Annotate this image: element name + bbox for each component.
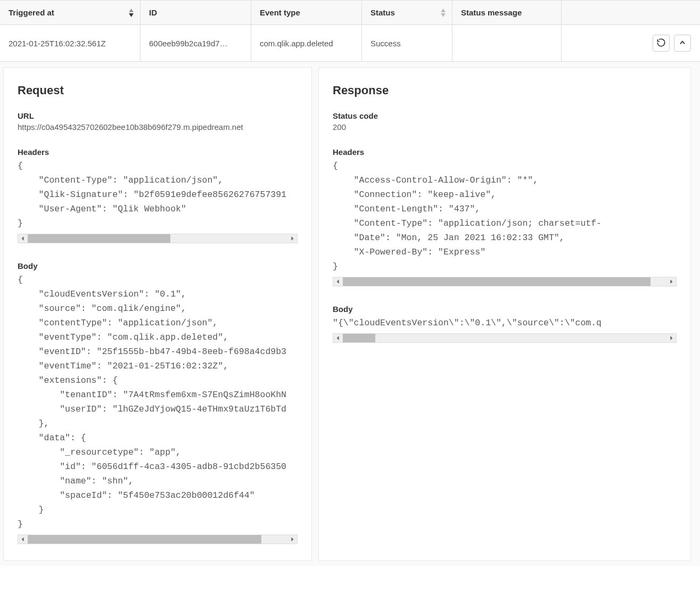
- response-title: Response: [333, 84, 677, 97]
- url-label: URL: [18, 111, 298, 120]
- col-header-event-type-label: Event type: [260, 8, 300, 17]
- status-code-value: 200: [333, 122, 677, 132]
- cell-id: 600eeb99b2ca19d7…: [141, 25, 251, 61]
- scroll-track[interactable]: [343, 277, 666, 286]
- response-body-label: Body: [333, 305, 677, 314]
- request-headers-label: Headers: [18, 147, 298, 157]
- scroll-thumb[interactable]: [28, 535, 261, 544]
- col-header-triggered[interactable]: Triggered at: [0, 1, 141, 24]
- horizontal-scrollbar[interactable]: [333, 333, 677, 343]
- scroll-thumb[interactable]: [343, 334, 375, 342]
- cell-status-msg: [452, 25, 562, 61]
- response-headers-label: Headers: [333, 147, 677, 157]
- col-header-id-label: ID: [149, 8, 157, 17]
- retry-button[interactable]: [653, 35, 670, 52]
- table-header-row: Triggered at ID Event type Status Status…: [0, 0, 700, 25]
- cell-event-type: com.qlik.app.deleted: [251, 25, 362, 61]
- cell-status: Success: [362, 25, 452, 61]
- response-body-code: "{\"cloudEventsVersion\":\"0.1\",\"sourc…: [333, 316, 677, 333]
- horizontal-scrollbar[interactable]: [18, 535, 298, 544]
- scroll-track[interactable]: [28, 535, 287, 544]
- col-header-status-msg[interactable]: Status message: [452, 1, 562, 24]
- request-body-code: { "cloudEventsVersion": "0.1", "source":…: [18, 273, 298, 535]
- col-header-actions: [562, 1, 699, 24]
- sort-icon[interactable]: [441, 9, 446, 17]
- scroll-track[interactable]: [28, 234, 287, 243]
- horizontal-scrollbar[interactable]: [333, 277, 677, 286]
- response-panel: Response Status code 200 Headers { "Acce…: [318, 67, 691, 561]
- cell-actions: [562, 25, 699, 61]
- request-body-label: Body: [18, 261, 298, 270]
- scroll-left-icon[interactable]: [333, 334, 343, 342]
- scroll-right-icon[interactable]: [287, 234, 297, 243]
- url-value: https://c0a4954325702602bee10b38b696f279…: [18, 122, 298, 132]
- scroll-right-icon[interactable]: [666, 334, 676, 342]
- response-headers-code: { "Access-Control-Allow-Origin": "*", "C…: [333, 159, 677, 277]
- status-code-label: Status code: [333, 111, 677, 120]
- table-row[interactable]: 2021-01-25T16:02:32.561Z 600eeb99b2ca19d…: [0, 25, 700, 62]
- col-header-event-type[interactable]: Event type: [251, 1, 362, 24]
- collapse-button[interactable]: [674, 35, 691, 52]
- scroll-left-icon[interactable]: [18, 535, 28, 544]
- sort-icon[interactable]: [129, 9, 134, 17]
- scroll-track[interactable]: [343, 334, 666, 342]
- scroll-left-icon[interactable]: [18, 234, 28, 243]
- col-header-status[interactable]: Status: [362, 1, 452, 24]
- chevron-up-icon: [679, 39, 686, 48]
- scroll-right-icon[interactable]: [666, 277, 676, 286]
- request-headers-code: { "Content-Type": "application/json", "Q…: [18, 159, 298, 234]
- col-header-status-msg-label: Status message: [461, 8, 522, 17]
- col-header-id[interactable]: ID: [141, 1, 251, 24]
- request-panel: Request URL https://c0a4954325702602bee1…: [3, 67, 312, 561]
- scroll-right-icon[interactable]: [287, 535, 297, 544]
- request-title: Request: [18, 84, 298, 97]
- col-header-triggered-label: Triggered at: [9, 8, 54, 17]
- scroll-thumb[interactable]: [343, 277, 650, 286]
- col-header-status-label: Status: [370, 8, 395, 17]
- scroll-left-icon[interactable]: [333, 277, 343, 286]
- refresh-icon: [656, 38, 666, 49]
- detail-expanded: Request URL https://c0a4954325702602bee1…: [0, 62, 700, 566]
- horizontal-scrollbar[interactable]: [18, 234, 298, 243]
- cell-triggered: 2021-01-25T16:02:32.561Z: [0, 25, 141, 61]
- scroll-thumb[interactable]: [28, 234, 170, 243]
